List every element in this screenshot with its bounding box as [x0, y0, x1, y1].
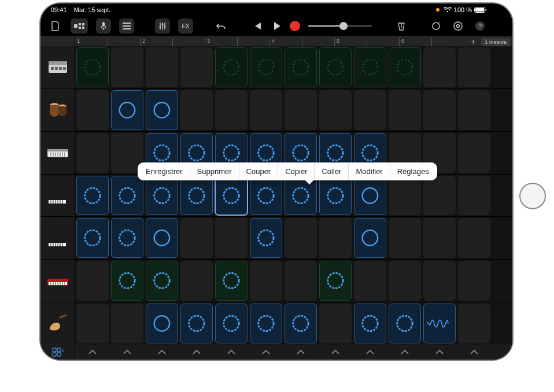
loop-cell[interactable]	[250, 47, 282, 87]
context-menu-item[interactable]: Modifier	[349, 162, 390, 180]
empty-cell[interactable]	[180, 261, 213, 301]
empty-cell[interactable]	[319, 218, 352, 258]
loop-cell[interactable]	[146, 261, 178, 301]
context-menu-item[interactable]: Supprimer	[190, 162, 239, 180]
empty-cell[interactable]	[389, 218, 421, 258]
empty-cell[interactable]	[423, 218, 456, 258]
empty-cell[interactable]	[111, 47, 143, 87]
context-menu-item[interactable]: Copier	[278, 162, 315, 180]
empty-cell[interactable]	[76, 133, 109, 173]
empty-cell[interactable]	[458, 47, 490, 87]
loop-cell[interactable]	[146, 176, 178, 216]
column-trigger[interactable]	[146, 346, 178, 358]
empty-cell[interactable]	[180, 218, 213, 258]
empty-cell[interactable]	[458, 90, 490, 130]
undo-button[interactable]	[214, 19, 228, 33]
go-to-start-button[interactable]	[250, 19, 264, 33]
loop-cell[interactable]	[319, 47, 352, 87]
column-trigger[interactable]	[250, 346, 282, 358]
loop-cell[interactable]	[354, 47, 386, 87]
context-menu-item[interactable]: Couper	[239, 162, 279, 180]
context-menu-item[interactable]: Coller	[315, 162, 349, 180]
my-songs-button[interactable]	[49, 19, 62, 33]
track-header-piano-2[interactable]	[40, 217, 75, 260]
home-button[interactable]	[519, 183, 546, 209]
loop-cell[interactable]	[250, 304, 282, 343]
empty-cell[interactable]	[458, 261, 490, 301]
empty-cell[interactable]	[146, 47, 178, 87]
empty-cell[interactable]	[354, 261, 386, 301]
loop-cell[interactable]	[319, 176, 352, 216]
live-loops-mode-button[interactable]	[40, 345, 75, 360]
empty-cell[interactable]	[389, 90, 421, 130]
track-list-button[interactable]	[119, 19, 134, 34]
loop-cell[interactable]	[180, 176, 213, 216]
empty-cell[interactable]	[423, 261, 456, 301]
track-header-synth[interactable]	[40, 132, 75, 175]
column-trigger[interactable]	[458, 346, 490, 358]
ruler[interactable]: 123456 + 1 mesure	[75, 36, 512, 46]
column-trigger[interactable]	[215, 346, 248, 358]
empty-cell[interactable]	[423, 176, 456, 216]
loop-cell[interactable]	[250, 218, 282, 258]
loop-cell[interactable]	[389, 47, 421, 87]
loop-cell[interactable]	[76, 176, 109, 216]
loop-cell[interactable]	[111, 261, 143, 301]
settings-button[interactable]	[451, 19, 465, 33]
loop-cell[interactable]	[76, 218, 109, 258]
empty-cell[interactable]	[180, 90, 213, 130]
loop-cell[interactable]	[319, 261, 352, 301]
context-menu-item[interactable]: Enregistrer	[139, 162, 190, 180]
loop-cell[interactable]	[180, 304, 213, 343]
measure-menu-button[interactable]: 1 mesure	[481, 38, 510, 46]
record-button[interactable]	[290, 21, 300, 31]
help-button[interactable]: ?	[473, 19, 487, 33]
loop-cell[interactable]	[285, 47, 317, 87]
column-trigger[interactable]	[111, 346, 143, 358]
loop-cell[interactable]	[354, 218, 386, 258]
track-header-piano-1[interactable]	[40, 175, 75, 217]
track-header-congas[interactable]	[40, 89, 75, 132]
empty-cell[interactable]	[250, 261, 282, 301]
empty-cell[interactable]	[354, 90, 386, 130]
empty-cell[interactable]	[319, 90, 352, 130]
column-trigger[interactable]	[319, 346, 352, 358]
empty-cell[interactable]	[423, 90, 456, 130]
empty-cell[interactable]	[215, 90, 248, 130]
mic-button[interactable]	[96, 19, 111, 34]
empty-cell[interactable]	[285, 90, 317, 130]
empty-cell[interactable]	[76, 90, 109, 130]
track-header-bass[interactable]	[40, 302, 75, 345]
loop-cell[interactable]	[215, 47, 248, 87]
column-trigger[interactable]	[354, 346, 386, 358]
empty-cell[interactable]	[180, 47, 213, 87]
loop-cell[interactable]	[146, 304, 178, 343]
empty-cell[interactable]	[76, 304, 109, 343]
column-trigger[interactable]	[423, 346, 456, 358]
track-header-drum-machine[interactable]	[40, 46, 75, 89]
loop-cell[interactable]	[111, 176, 143, 216]
context-menu-item[interactable]: Réglages	[390, 162, 436, 180]
loop-cell[interactable]	[146, 218, 178, 258]
loop-cell[interactable]	[76, 47, 109, 87]
loop-cell[interactable]	[389, 304, 421, 343]
empty-cell[interactable]	[458, 218, 490, 258]
empty-cell[interactable]	[423, 47, 456, 87]
fx-button[interactable]: FX	[178, 19, 193, 34]
empty-cell[interactable]	[76, 261, 109, 301]
empty-cell[interactable]	[458, 133, 490, 173]
metronome-button[interactable]	[394, 19, 408, 33]
volume-slider[interactable]	[308, 25, 372, 27]
loop-cell[interactable]	[111, 90, 143, 130]
loop-cell[interactable]	[250, 176, 282, 216]
empty-cell[interactable]	[215, 218, 248, 258]
empty-cell[interactable]	[458, 304, 490, 343]
loop-cell[interactable]	[215, 176, 248, 216]
loop-browser-button[interactable]	[429, 19, 443, 33]
column-trigger[interactable]	[76, 346, 109, 358]
column-trigger[interactable]	[285, 346, 317, 358]
empty-cell[interactable]	[458, 176, 490, 216]
loop-cell[interactable]	[423, 304, 456, 343]
empty-cell[interactable]	[250, 90, 282, 130]
loop-cell[interactable]	[354, 304, 386, 343]
